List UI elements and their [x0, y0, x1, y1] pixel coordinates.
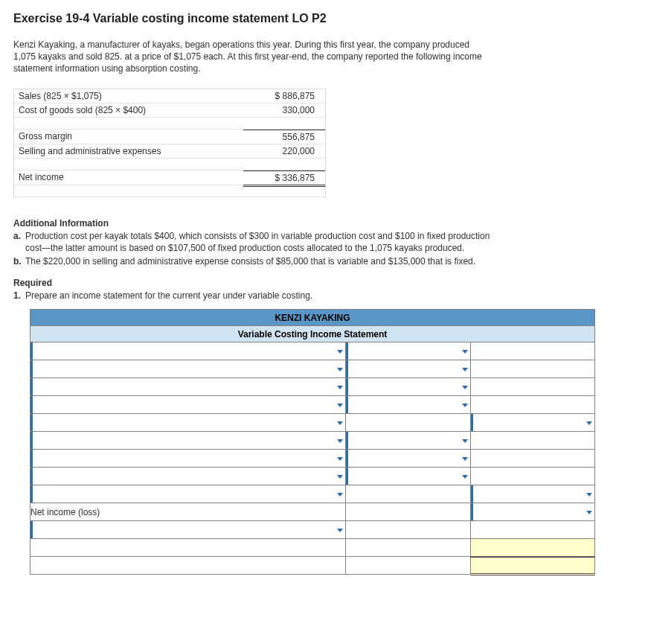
exercise-title: Exercise 19-4 Variable costing income st…: [13, 12, 635, 25]
cell-blank: [470, 342, 594, 360]
required-block: Required 1. Prepare an income statement …: [13, 278, 635, 302]
amount-input[interactable]: [346, 378, 469, 395]
info-letter: a.: [13, 230, 25, 242]
cell-blank: [346, 503, 470, 521]
required-heading: Required: [13, 278, 635, 288]
abs-value: 556,875: [243, 130, 325, 144]
line-item-select[interactable]: [31, 342, 345, 360]
amount-input[interactable]: [471, 485, 594, 503]
line-item-select[interactable]: [31, 414, 345, 431]
info-text: The $220,000 in selling and administrati…: [25, 255, 497, 267]
cell-blank: [470, 468, 594, 485]
line-item-select[interactable]: [31, 468, 345, 485]
amount-input[interactable]: [346, 396, 469, 413]
cell-blank: [470, 378, 594, 396]
cell-blank: [346, 414, 470, 432]
cell-blank: [470, 432, 594, 450]
total-row: [31, 557, 346, 575]
abs-value: $ 336,875: [243, 170, 325, 185]
total-row: [31, 539, 346, 557]
cell-blank: [346, 539, 470, 557]
abs-value: 220,000: [243, 144, 325, 158]
amount-input[interactable]: [346, 432, 469, 449]
line-item-select[interactable]: [31, 432, 345, 449]
amount-input[interactable]: [346, 360, 469, 377]
abs-label: Selling and administrative expenses: [14, 144, 243, 158]
cell-blank: [346, 485, 470, 503]
line-item-select[interactable]: [31, 378, 345, 395]
line-item-select[interactable]: [31, 450, 345, 467]
worksheet-header-company: KENZI KAYAKING: [31, 310, 595, 326]
required-number: 1.: [13, 290, 25, 302]
amount-input[interactable]: [346, 468, 469, 485]
cell-blank: [346, 521, 470, 539]
net-income-label: Net income (loss): [31, 503, 346, 521]
worksheet-header-title: Variable Costing Income Statement: [31, 326, 595, 342]
abs-label: Net income: [14, 170, 243, 185]
absorption-table: Sales (825 × $1,075) $ 886,875 Cost of g…: [13, 89, 326, 197]
computed-total: [470, 539, 594, 557]
line-item-select[interactable]: [31, 485, 345, 503]
amount-input[interactable]: [471, 414, 594, 431]
line-item-select[interactable]: [31, 521, 345, 538]
cell-blank: [346, 557, 470, 575]
info-letter: b.: [13, 255, 25, 267]
info-text: Production cost per kayak totals $400, w…: [25, 230, 497, 254]
abs-value: $ 886,875: [243, 89, 325, 103]
abs-value: 330,000: [243, 103, 325, 117]
abs-label: Cost of goods sold (825 × $400): [14, 103, 243, 117]
abs-label: Gross margin: [14, 130, 243, 144]
amount-input[interactable]: [346, 450, 469, 467]
cell-blank: [470, 450, 594, 468]
computed-total: [470, 557, 594, 575]
line-item-select[interactable]: [31, 396, 345, 413]
additional-info: Additional Information a. Production cos…: [13, 218, 497, 268]
cell-blank: [470, 396, 594, 414]
additional-info-heading: Additional Information: [13, 218, 497, 229]
line-item-select[interactable]: [31, 360, 345, 377]
amount-input[interactable]: [346, 342, 469, 360]
abs-label: Sales (825 × $1,075): [14, 89, 243, 103]
amount-input[interactable]: [471, 503, 594, 520]
intro-paragraph: Kenzi Kayaking, a manufacturer of kayaks…: [13, 39, 490, 75]
cell-blank: [470, 360, 594, 378]
worksheet-table: KENZI KAYAKING Variable Costing Income S…: [30, 309, 595, 576]
required-text: Prepare an income statement for the curr…: [25, 290, 635, 302]
cell-blank: [470, 521, 594, 539]
